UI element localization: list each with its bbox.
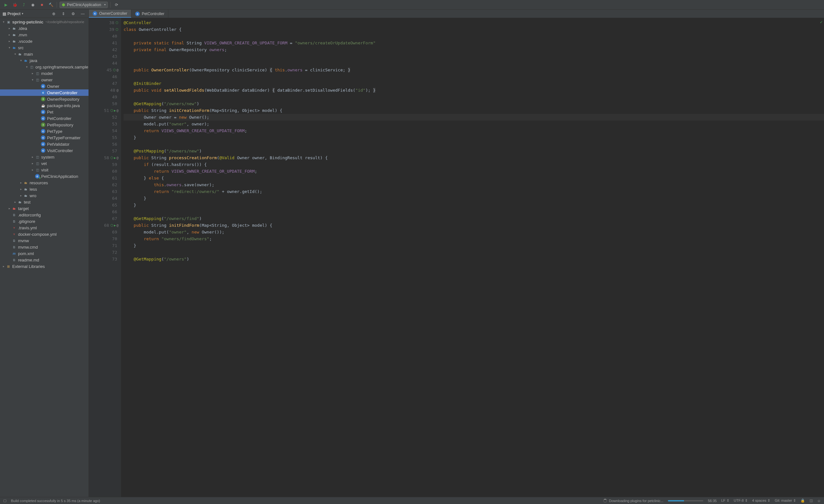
code-line[interactable]: Owner owner = new Owner(); — [124, 114, 824, 121]
gutter-line[interactable]: 71 — [89, 242, 121, 249]
code-line[interactable]: if (result.hasErrors()) { — [124, 161, 824, 168]
editor-gutter[interactable]: 38⬡39⬡404142434445⬡@464748@495051⬡▶@5253… — [89, 18, 121, 497]
usage-icon[interactable]: @ — [116, 154, 118, 161]
override-icon[interactable]: ⬡ — [110, 154, 113, 161]
tree-item-resources[interactable]: ▸🖿resources — [0, 179, 89, 186]
code-line[interactable]: public OwnerController(OwnerRepository c… — [124, 67, 824, 73]
project-tree[interactable]: ▾▣spring-petclinic~/code/github/reposito… — [0, 18, 89, 497]
code-line[interactable]: } — [124, 195, 824, 202]
code-line[interactable]: @GetMapping("/owners") — [124, 256, 824, 262]
code-line[interactable]: model.put("owner", new Owner()); — [124, 229, 824, 235]
code-line[interactable] — [124, 60, 824, 67]
tree-item-system[interactable]: ▸◫system — [0, 154, 89, 160]
tree-item-src[interactable]: ▾🖿src — [0, 44, 89, 51]
project-view-selector[interactable]: ▤ Project ▾ — [3, 12, 23, 16]
code-editor[interactable]: ✓ @Controllerclass OwnerController { pri… — [121, 18, 824, 497]
run-gutter-icon[interactable]: ▶ — [114, 107, 116, 114]
tree-item-package-info-java[interactable]: ☕package-info.java — [0, 102, 89, 109]
run-button[interactable]: ▶ — [3, 2, 9, 8]
tree-item--gitignore[interactable]: 🗎.gitignore — [0, 218, 89, 225]
code-line[interactable]: @GetMapping("/owners/find") — [124, 215, 824, 222]
tree-item-petcontroller[interactable]: cPetController — [0, 115, 89, 122]
tree-item--editorconfig[interactable]: 🗎.editorconfig — [0, 212, 89, 218]
code-line[interactable]: return "redirect:/owners/" + owner.getId… — [124, 188, 824, 195]
tree-arrow-icon[interactable]: ▾ — [1, 20, 6, 23]
tree-item-ownercontroller[interactable]: cOwnerController — [0, 90, 89, 96]
gutter-line[interactable]: 58⬡▶@ — [89, 154, 121, 161]
tree-item-pet[interactable]: cPet — [0, 109, 89, 115]
gutter-line[interactable]: 40 — [89, 33, 121, 39]
gutter-line[interactable]: 72 — [89, 249, 121, 256]
gutter-line[interactable]: 53 — [89, 121, 121, 127]
code-line[interactable]: return VIEWS_OWNER_CREATE_OR_UPDATE_FORM… — [124, 127, 824, 134]
build-button[interactable]: 🔨 — [47, 2, 54, 8]
cursor-position[interactable]: 56:35 — [708, 499, 717, 503]
tree-arrow-icon[interactable]: ▸ — [1, 265, 6, 268]
tree-arrow-icon[interactable]: ▾ — [24, 65, 29, 69]
code-line[interactable]: public void setAllowedFields(WebDataBind… — [124, 87, 824, 94]
tree-item-spring-petclinic[interactable]: ▾▣spring-petclinic~/code/github/reposito… — [0, 19, 89, 25]
expand-all-icon[interactable]: ⇕ — [60, 11, 67, 17]
progress-bar[interactable] — [668, 500, 703, 501]
code-line[interactable]: this.owners.save(owner); — [124, 181, 824, 188]
override-icon[interactable]: ⬡ — [110, 107, 113, 114]
gutter-line[interactable]: 56 — [89, 141, 121, 148]
gutter-line[interactable]: 38⬡ — [89, 19, 121, 26]
code-line[interactable]: return "owners/findOwners"; — [124, 235, 824, 242]
gutter-line[interactable]: 52 — [89, 114, 121, 121]
tree-item-petclinicapplication[interactable]: c▶PetClinicApplication — [0, 173, 89, 179]
override-icon[interactable]: ⬡ — [113, 67, 116, 73]
code-line[interactable]: } — [124, 202, 824, 209]
tree-item-mvnw[interactable]: 🗎mvnw — [0, 237, 89, 244]
run-gutter-icon[interactable]: ▶ — [114, 222, 116, 229]
git-branch[interactable]: Git: master ⇕ — [775, 499, 796, 503]
tree-item-wro[interactable]: ▸🖿wro — [0, 192, 89, 199]
usage-icon[interactable]: @ — [116, 67, 118, 73]
tree-item-test[interactable]: ▸🖿test — [0, 199, 89, 205]
gutter-line[interactable]: 64 — [89, 195, 121, 202]
update-button[interactable]: ⟳ — [113, 2, 120, 8]
tree-item-readme-md[interactable]: 🗎readme.md — [0, 257, 89, 263]
run-configuration-selector[interactable]: ⬢ PetClinicApplication — [60, 2, 108, 8]
tree-item-target[interactable]: ▸🖿target — [0, 205, 89, 212]
code-line[interactable] — [124, 249, 824, 256]
code-line[interactable]: private static final String VIEWS_OWNER_… — [124, 39, 824, 46]
code-line[interactable]: public String processCreationForm(@Valid… — [124, 154, 824, 161]
gutter-line[interactable]: 51⬡▶@ — [89, 107, 121, 114]
ide-features-icon[interactable]: ☺ — [817, 499, 821, 503]
tree-arrow-icon[interactable]: ▸ — [30, 168, 35, 171]
tree-item--vscode[interactable]: ▸🖿.vscode — [0, 38, 89, 44]
gutter-line[interactable]: 45⬡@ — [89, 67, 121, 73]
gutter-line[interactable]: 42 — [89, 46, 121, 53]
gutter-line[interactable]: 65 — [89, 202, 121, 209]
gutter-line[interactable]: 48@ — [89, 87, 121, 94]
tree-item-org-springframework-sample[interactable]: ▾◫org.springframework.sample — [0, 64, 89, 70]
tree-arrow-icon[interactable]: ▸ — [7, 27, 12, 30]
debug-button[interactable]: 🐞 — [12, 2, 18, 8]
tree-arrow-icon[interactable]: ▾ — [7, 46, 12, 49]
code-line[interactable]: class OwnerController { — [124, 26, 824, 33]
tree-arrow-icon[interactable]: ▸ — [7, 207, 12, 210]
tree-item-petrepository[interactable]: IPetRepository — [0, 122, 89, 128]
code-line[interactable]: } — [124, 134, 824, 141]
code-line[interactable] — [124, 209, 824, 215]
run-gutter-icon[interactable]: ▶ — [114, 154, 116, 161]
code-line[interactable]: private final OwnerRepository owners; — [124, 46, 824, 53]
code-line[interactable]: } else { — [124, 175, 824, 181]
code-line[interactable]: model.put("owner", owner); — [124, 121, 824, 127]
line-separator[interactable]: LF ⇕ — [721, 499, 729, 503]
gutter-line[interactable]: 69 — [89, 229, 121, 235]
tree-arrow-icon[interactable]: ▾ — [19, 59, 23, 62]
background-task-label[interactable]: Downloading plugins for petclinic... — [609, 499, 663, 503]
tree-item-java[interactable]: ▾🖿java — [0, 57, 89, 64]
code-line[interactable] — [124, 73, 824, 80]
run-coverage-button[interactable]: ⤴ — [21, 2, 27, 8]
file-encoding[interactable]: UTF-8 ⇕ — [734, 499, 748, 503]
gutter-line[interactable]: 73 — [89, 256, 121, 262]
code-line[interactable]: @PostMapping("/owners/new") — [124, 148, 824, 154]
gutter-line[interactable]: 57 — [89, 148, 121, 154]
tree-item-pom-xml[interactable]: mpom.xml — [0, 250, 89, 257]
gutter-line[interactable]: 44 — [89, 60, 121, 67]
usage-icon[interactable]: @ — [116, 107, 118, 114]
tree-arrow-icon[interactable]: ▸ — [19, 181, 23, 184]
